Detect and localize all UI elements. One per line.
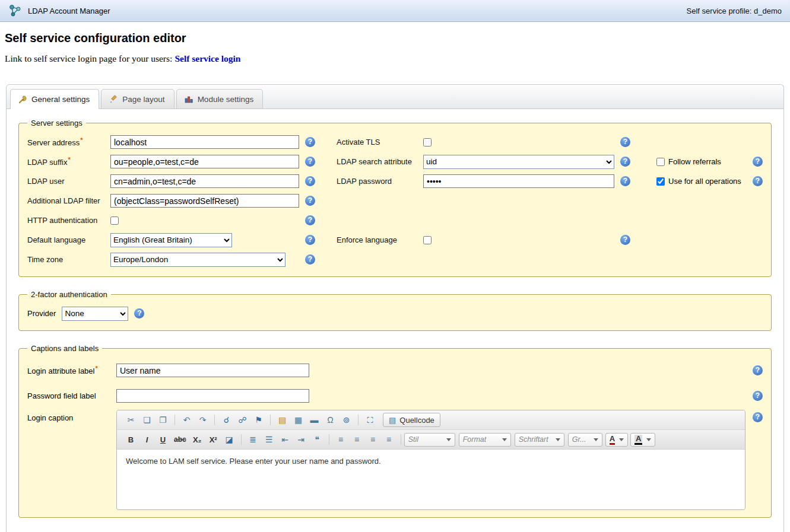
help-icon[interactable]: ? [305,196,315,206]
server-address-input[interactable] [110,135,299,149]
default-language-label: Default language [27,235,110,244]
help-icon[interactable]: ? [305,157,315,167]
profile-label: Self service profile: d_demo [687,7,782,15]
text-color-icon: A [610,435,615,445]
ldap-search-attribute-select[interactable]: uid [423,155,614,169]
ldap-suffix-input[interactable] [110,155,299,168]
time-zone-label: Time zone [27,255,110,264]
login-caption-label: Login caption [27,409,116,422]
toolbar-separator [214,415,215,425]
help-icon[interactable]: ? [753,391,763,401]
http-authentication-checkbox[interactable] [110,216,119,225]
tab-label: General settings [31,95,90,104]
align-justify-icon[interactable]: ≡ [382,432,396,447]
paste-icon[interactable]: ❐ [156,413,170,427]
additional-ldap-filter-input[interactable] [110,194,299,208]
tab-general-settings[interactable]: General settings [10,89,99,109]
default-language-select[interactable]: English (Great Britain) [110,233,232,247]
redo-icon[interactable]: ↷ [195,413,210,427]
outdent-icon[interactable]: ⇤ [278,432,293,447]
toolbar-separator [358,415,358,425]
ldap-search-attribute-label: LDAP search attribute [337,157,423,166]
help-icon[interactable]: ? [620,235,630,245]
editor-content[interactable]: Welcome to LAM self service. Please ente… [117,449,745,509]
toolbar-separator [241,434,242,445]
chevron-down-icon [646,438,651,441]
font-combo[interactable]: Schriftart [515,433,564,447]
maximize-icon[interactable]: ⛶ [363,413,377,427]
use-for-all-operations-checkbox[interactable] [656,177,665,186]
ldap-user-input[interactable] [110,174,299,188]
activate-tls-checkbox[interactable] [423,138,432,146]
help-icon[interactable]: ? [620,157,630,167]
follow-referrals-label: Follow referrals [668,157,747,166]
horizontal-rule-icon[interactable]: ▬ [307,413,322,427]
copy-icon[interactable]: ❏ [139,413,154,427]
underline-icon[interactable]: U [156,432,170,447]
source-button[interactable]: ▤ Quellcode [383,413,440,427]
subscript-icon[interactable]: X₂ [190,432,205,447]
indent-icon[interactable]: ⇥ [294,432,309,447]
align-center-icon[interactable]: ≡ [350,432,364,447]
login-attribute-input[interactable] [116,364,309,377]
follow-referrals-checkbox[interactable] [656,158,665,166]
table-icon[interactable]: ▦ [291,413,306,427]
text-color-button[interactable]: A [605,433,628,447]
additional-ldap-filter-label: Additional LDAP filter [27,196,110,205]
activate-tls-label: Activate TLS [337,138,423,146]
help-icon[interactable]: ? [305,176,315,186]
styles-combo[interactable]: Stil [404,433,455,447]
iframe-icon[interactable]: ⊚ [339,413,354,427]
align-left-icon[interactable]: ≡ [334,432,348,447]
help-icon[interactable]: ? [305,137,315,147]
help-icon[interactable]: ? [134,308,144,318]
captions-fieldset: Captions and labels Login attribute labe… [18,344,772,518]
undo-icon[interactable]: ↶ [179,413,194,427]
flag-icon[interactable]: ⚑ [251,413,266,427]
help-icon[interactable]: ? [620,176,630,186]
ldap-user-label: LDAP user [27,177,110,186]
self-service-login-link[interactable]: Self service login [175,53,240,63]
tab-module-settings[interactable]: Module settings [176,89,264,109]
help-icon[interactable]: ? [753,412,763,422]
help-icon[interactable]: ? [305,254,315,265]
numbered-list-icon[interactable]: ≣ [246,432,261,447]
format-combo[interactable]: Format [459,433,511,447]
toolbar-separator [175,415,175,425]
bullet-list-icon[interactable]: ☰ [262,432,277,447]
ldap-password-input[interactable] [423,174,614,188]
help-icon[interactable]: ? [753,157,763,167]
italic-icon[interactable]: I [139,432,154,447]
help-icon[interactable]: ? [753,176,763,186]
server-settings-legend: Server settings [27,119,86,128]
form-row: Additional LDAP filter ? [27,191,763,211]
replace-icon[interactable]: ☍ [235,413,250,427]
remove-format-icon[interactable]: ◪ [222,432,237,447]
toolbar-separator [270,415,271,425]
help-icon[interactable]: ? [620,137,630,147]
align-right-icon[interactable]: ≡ [366,432,380,447]
blockquote-icon[interactable]: ❝ [310,432,325,447]
strikethrough-icon[interactable]: abc [172,432,189,447]
find-icon[interactable]: ☌ [219,413,234,427]
password-field-input[interactable] [116,389,309,403]
help-icon[interactable]: ? [305,235,315,245]
provider-select[interactable]: None [62,307,128,321]
provider-label: Provider [27,309,56,318]
background-color-button[interactable]: A [630,433,655,447]
toolbar-separator [329,434,329,445]
enforce-language-checkbox[interactable] [423,236,432,244]
bold-icon[interactable]: B [123,432,138,447]
special-character-icon[interactable]: Ω [323,413,338,427]
help-icon[interactable]: ? [305,215,315,225]
form-row: Time zone Europe/London ? [27,250,763,269]
image-icon[interactable]: ▤ [275,413,290,427]
font-size-combo[interactable]: Gr... [568,433,602,447]
tab-page-layout[interactable]: Page layout [101,89,174,109]
superscript-icon[interactable]: X² [206,432,221,447]
help-icon[interactable]: ? [753,365,763,375]
page-title: Self service configuration editor [5,31,785,45]
time-zone-select[interactable]: Europe/London [110,253,285,267]
font-size-combo-label: Gr... [572,435,586,444]
cut-icon[interactable]: ✂ [123,413,138,427]
